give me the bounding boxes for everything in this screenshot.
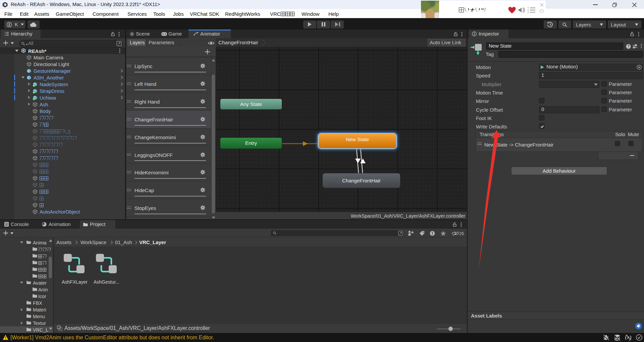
svg-text:?: ? — [627, 45, 629, 48]
